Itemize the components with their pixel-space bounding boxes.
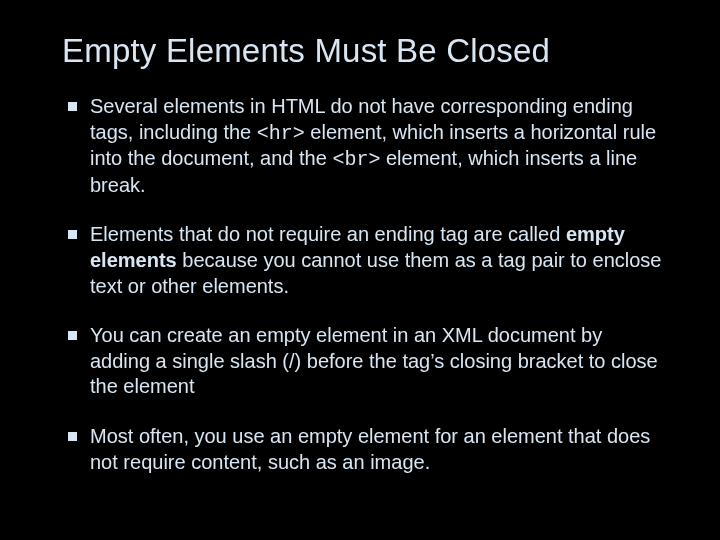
list-item: You can create an empty element in an XM… (56, 323, 664, 400)
list-item: Several elements in HTML do not have cor… (56, 94, 664, 198)
bullet-text: Elements that do not require an ending t… (90, 223, 661, 296)
bullet-list: Several elements in HTML do not have cor… (56, 94, 664, 475)
code-run: <hr> (257, 122, 305, 145)
code-run: <br> (332, 148, 380, 171)
list-item: Most often, you use an empty element for… (56, 424, 664, 475)
list-item: Elements that do not require an ending t… (56, 222, 664, 299)
text-run: Elements that do not require an ending t… (90, 223, 566, 245)
slide: Empty Elements Must Be Closed Several el… (0, 0, 720, 540)
bullet-text: Several elements in HTML do not have cor… (90, 95, 656, 196)
page-title: Empty Elements Must Be Closed (62, 32, 664, 70)
bullet-text: You can create an empty element in an XM… (90, 324, 658, 397)
bullet-text: Most often, you use an empty element for… (90, 425, 650, 473)
